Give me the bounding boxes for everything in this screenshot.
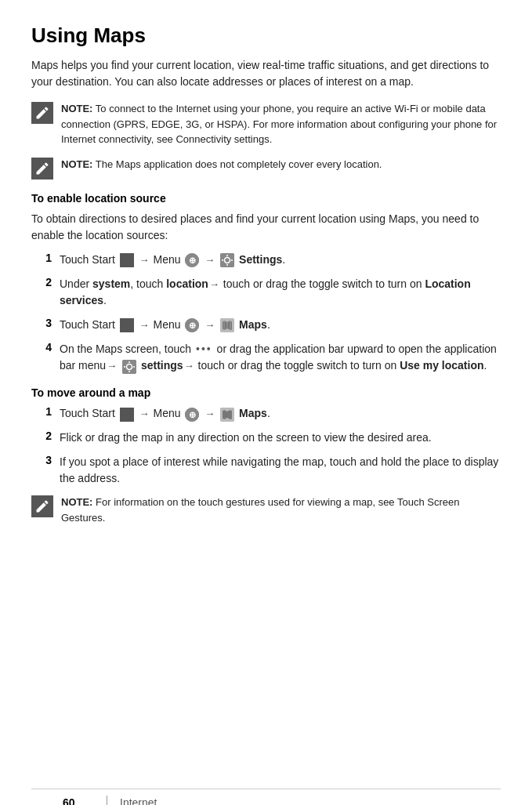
section-heading-1: To enable location source bbox=[31, 192, 501, 205]
note-bold-2: NOTE: bbox=[61, 158, 92, 170]
step-move-3: 3 If you spot a place of interest while … bbox=[31, 454, 501, 487]
step-num-e1: 1 bbox=[31, 252, 60, 264]
note-icon-2 bbox=[31, 158, 53, 179]
step-num-m2: 2 bbox=[31, 430, 60, 442]
settings-label-e4: settings bbox=[141, 359, 183, 372]
arrow-e2: → bbox=[209, 278, 219, 290]
note-text-1: NOTE: To connect to the Internet using y… bbox=[61, 101, 501, 147]
svg-rect-8 bbox=[121, 319, 127, 325]
step-text-e2: Under system, touch location→ touch or d… bbox=[60, 276, 501, 309]
arrow-e4b: → bbox=[184, 360, 194, 372]
intro-text: Maps helps you find your current locatio… bbox=[31, 57, 501, 90]
note-text-3: NOTE: For information on the touch gestu… bbox=[61, 495, 501, 525]
settings-label-e1: Settings bbox=[239, 253, 282, 266]
svg-rect-0 bbox=[121, 254, 127, 260]
note-bold-1: NOTE: bbox=[61, 103, 92, 114]
step-num-m3: 3 bbox=[31, 454, 60, 466]
svg-rect-11 bbox=[127, 325, 133, 332]
step-text-e3: Touch Start → Menu ⊕ → Maps. bbox=[60, 317, 501, 333]
use-my-location-label: Use my location bbox=[400, 359, 483, 372]
svg-rect-1 bbox=[127, 254, 133, 260]
arrow-e3a: → bbox=[139, 319, 150, 331]
step-text-e1: Touch Start → Menu ⊕ → Settings. bbox=[60, 252, 501, 268]
svg-rect-9 bbox=[127, 319, 133, 325]
note-box-1: NOTE: To connect to the Internet using y… bbox=[31, 101, 501, 147]
step-num-e4: 4 bbox=[31, 341, 60, 354]
step-text-e4: On the Maps screen, touch ••• or drag th… bbox=[60, 341, 501, 375]
svg-rect-10 bbox=[121, 325, 127, 332]
page-wrapper: Using Maps Maps helps you find your curr… bbox=[31, 24, 501, 805]
pencil-icon-2 bbox=[34, 161, 50, 176]
start-icon-m1 bbox=[120, 408, 134, 422]
maps-label-m1: Maps bbox=[239, 407, 267, 419]
svg-rect-20 bbox=[127, 415, 133, 421]
settings-icon-e4 bbox=[122, 360, 136, 374]
maps-icon-m1 bbox=[220, 408, 234, 422]
step-num-m1: 1 bbox=[31, 405, 60, 418]
footer-page-number: 60 bbox=[63, 796, 94, 805]
step-num-e3: 3 bbox=[31, 317, 60, 329]
step-enable-4: 4 On the Maps screen, touch ••• or drag … bbox=[31, 341, 501, 375]
arrow-m1b: → bbox=[204, 408, 215, 419]
svg-text:⊕: ⊕ bbox=[189, 410, 196, 419]
section-heading-2: To move around a map bbox=[31, 386, 501, 399]
step-enable-2: 2 Under system, touch location→ touch or… bbox=[31, 276, 501, 309]
note-box-3: NOTE: For information on the touch gestu… bbox=[31, 495, 501, 525]
arrow-e4a: → bbox=[107, 360, 117, 372]
step-text-m2: Flick or drag the map in any direction o… bbox=[60, 430, 501, 446]
menu-icon-e1: ⊕ bbox=[185, 253, 199, 267]
section-body-1: To obtain directions to desired places a… bbox=[31, 211, 501, 244]
svg-rect-18 bbox=[127, 408, 133, 415]
maps-icon-e3 bbox=[220, 318, 234, 332]
start-icon-e3 bbox=[120, 318, 134, 332]
step-num-e2: 2 bbox=[31, 276, 60, 288]
page-footer: 60 Internet bbox=[31, 789, 501, 805]
settings-icon-e1 bbox=[220, 253, 234, 267]
arrow-m1a: → bbox=[139, 408, 150, 419]
menu-icon-e3: ⊕ bbox=[185, 318, 199, 332]
pencil-icon-3 bbox=[34, 499, 50, 514]
step-move-1: 1 Touch Start → Menu ⊕ → Maps. bbox=[31, 405, 501, 422]
dots-icon-e4: ••• bbox=[196, 341, 212, 357]
svg-rect-19 bbox=[121, 415, 127, 421]
move-around-steps: 1 Touch Start → Menu ⊕ → Maps. 2 bbox=[31, 405, 501, 487]
note-bold-3: NOTE: bbox=[61, 496, 92, 508]
step-move-2: 2 Flick or drag the map in any direction… bbox=[31, 430, 501, 446]
system-label: system bbox=[92, 277, 130, 290]
step-text-m3: If you spot a place of interest while na… bbox=[60, 454, 501, 487]
arrow-e1b: → bbox=[204, 254, 215, 266]
note-icon-1 bbox=[31, 102, 53, 124]
footer-divider bbox=[107, 796, 107, 805]
step-enable-1: 1 Touch Start → Menu ⊕ → Settings. bbox=[31, 252, 501, 268]
arrow-e1a: → bbox=[139, 254, 150, 266]
step-enable-3: 3 Touch Start → Menu ⊕ → Maps. bbox=[31, 317, 501, 333]
enable-location-steps: 1 Touch Start → Menu ⊕ → Settings. 2 bbox=[31, 252, 501, 375]
page-title: Using Maps bbox=[31, 24, 501, 48]
maps-label-e3: Maps bbox=[239, 318, 267, 331]
arrow-e3b: → bbox=[204, 319, 215, 331]
pencil-icon bbox=[34, 105, 50, 121]
menu-icon-m1: ⊕ bbox=[185, 408, 199, 422]
start-icon-e1 bbox=[120, 253, 134, 267]
footer-section-label: Internet bbox=[120, 796, 157, 805]
note-icon-3 bbox=[31, 495, 53, 517]
step-text-m1: Touch Start → Menu ⊕ → Maps. bbox=[60, 405, 501, 422]
note-text-2: NOTE: The Maps application does not comp… bbox=[61, 157, 382, 172]
svg-rect-17 bbox=[121, 408, 127, 415]
svg-rect-3 bbox=[127, 260, 133, 267]
svg-rect-2 bbox=[121, 260, 127, 267]
svg-text:⊕: ⊕ bbox=[189, 256, 196, 265]
svg-text:⊕: ⊕ bbox=[189, 321, 196, 330]
note-box-2: NOTE: The Maps application does not comp… bbox=[31, 157, 501, 179]
location-label: location bbox=[166, 277, 208, 290]
